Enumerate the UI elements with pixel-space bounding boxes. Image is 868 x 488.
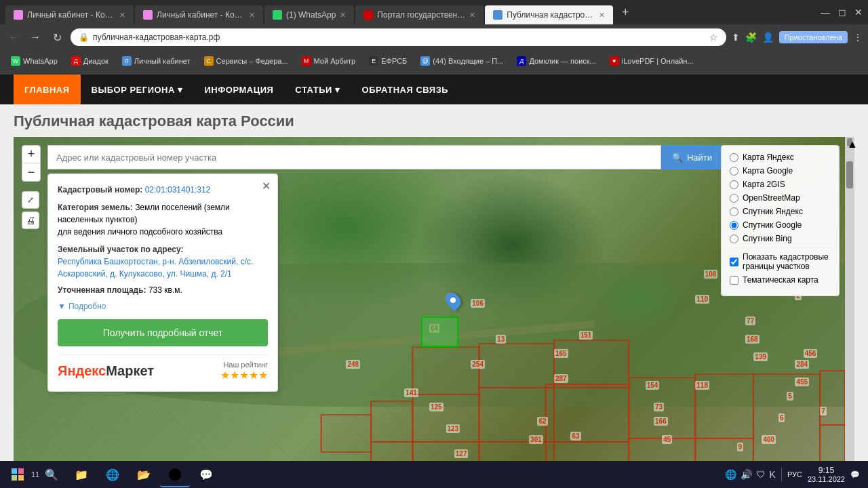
map-scrollbar[interactable]: ▲ bbox=[845, 137, 854, 488]
taskbar-edge[interactable]: 🌐 bbox=[98, 462, 127, 487]
minimize-button[interactable]: — bbox=[821, 7, 830, 18]
page-content: Публичная кадастровая карта России bbox=[0, 104, 868, 488]
layer-radio-option[interactable]: Карта Google bbox=[730, 166, 831, 176]
zoom-out-button[interactable]: − bbox=[22, 163, 40, 181]
profile-icon[interactable]: 👤 bbox=[762, 32, 774, 43]
back-button[interactable]: ← bbox=[5, 31, 22, 43]
scrollbar-thumb[interactable] bbox=[846, 161, 853, 188]
bookmark-item[interactable]: ♥iLovePDF | Онлайн... bbox=[604, 55, 699, 67]
get-report-button[interactable]: Получить подробный отчет bbox=[58, 319, 268, 346]
scroll-up-arrow[interactable]: ▲ bbox=[847, 138, 852, 146]
plot-number-label: 125 bbox=[429, 403, 443, 411]
site-nav-item[interactable]: ГЛАВНАЯ bbox=[14, 75, 81, 104]
plot-number-label: 13 bbox=[496, 335, 506, 344]
cadastral-link[interactable]: 02:01:031401:312 bbox=[145, 185, 211, 195]
more-button[interactable]: ▼ Подробно bbox=[58, 302, 268, 311]
taskbar: 11 🔍 📁 🌐 📂 ⬤ 💬 🌐 🔊 🛡 K РУС 9:15 23.11.20… bbox=[0, 461, 868, 488]
taskbar-whatsapp[interactable]: 💬 bbox=[191, 462, 221, 487]
address-text: публичная-кадастровая-карта.рф bbox=[93, 33, 705, 42]
info-close-button[interactable]: ✕ bbox=[262, 180, 271, 192]
layer-controls: Карта ЯндексКарта GoogleКарта 2GISOpenSt… bbox=[721, 145, 840, 296]
separator bbox=[781, 468, 782, 481]
time-block[interactable]: 9:15 23.11.2022 bbox=[808, 466, 845, 483]
layer-checkbox-option[interactable]: Тематическая карта bbox=[730, 275, 831, 285]
area-label: Уточненная площадь: bbox=[58, 285, 146, 295]
layer-radio-option[interactable]: Карта 2GIS bbox=[730, 180, 831, 189]
plot-number-label: 6 bbox=[778, 413, 785, 422]
browser-tab-1[interactable]: Личный кабинет - Кош...✕ bbox=[5, 5, 134, 24]
close-button[interactable]: ✕ bbox=[854, 7, 863, 18]
site-nav-item[interactable]: ВЫБОР РЕГИОНА ▾ bbox=[81, 75, 194, 104]
notifications-icon[interactable]: 💬 bbox=[850, 470, 860, 479]
search-bar: 🔍 Найти bbox=[47, 145, 723, 169]
share-icon[interactable]: ⬆ bbox=[732, 32, 740, 43]
bookmark-item[interactable]: ММой Арбитр bbox=[296, 55, 361, 67]
fullscreen-button[interactable]: ⤢ bbox=[22, 191, 39, 209]
svg-rect-0 bbox=[412, 394, 479, 442]
plot-number-label: 118 bbox=[695, 381, 709, 390]
sound-icon[interactable]: 🔊 bbox=[741, 469, 752, 480]
menu-icon[interactable]: ⋮ bbox=[853, 32, 863, 43]
network-icon[interactable]: 🌐 bbox=[725, 469, 736, 480]
extensions-icon[interactable]: 🧩 bbox=[745, 32, 757, 43]
browser-tab-4[interactable]: Портал государственны...✕ bbox=[355, 5, 484, 24]
address-bar[interactable]: 🔒 публичная-кадастровая-карта.рф ☆ bbox=[71, 28, 726, 46]
bookmark-item[interactable]: @(44) Входящие – П... bbox=[415, 55, 509, 67]
new-tab-button[interactable]: + bbox=[616, 3, 635, 22]
layer-radio-option[interactable]: OpenStreetMap bbox=[730, 193, 831, 203]
layer-radio-option[interactable]: Спутник Яндекс bbox=[730, 207, 831, 216]
antivirus-icon[interactable]: 🛡 bbox=[756, 469, 766, 480]
taskbar-search-button[interactable]: 🔍 bbox=[39, 462, 64, 487]
bookmark-item[interactable]: ДДиадок bbox=[66, 55, 114, 67]
layer-radio-option[interactable]: Спутник Google bbox=[730, 220, 831, 230]
bookmark-item[interactable]: ДДомклик — поиск... bbox=[511, 55, 601, 67]
bookmark-star-icon[interactable]: ☆ bbox=[709, 32, 718, 43]
bookmark-item[interactable]: WWhatsApp bbox=[5, 55, 63, 67]
area-row: Уточненная площадь: 733 кв.м. bbox=[58, 285, 268, 295]
search-button[interactable]: 🔍 Найти bbox=[661, 145, 723, 169]
lang-label: РУС bbox=[787, 470, 802, 479]
svg-rect-2 bbox=[546, 384, 629, 442]
print-button[interactable]: 🖨 bbox=[22, 211, 39, 229]
plot-number-label: 7 bbox=[820, 407, 827, 415]
bookmark-item[interactable]: ЕЕФРСБ bbox=[363, 55, 412, 67]
reload-button[interactable]: ↻ bbox=[49, 31, 65, 44]
taskbar-chrome[interactable]: ⬤ bbox=[160, 462, 190, 487]
date-display: 23.11.2022 bbox=[808, 475, 845, 483]
taskbar-files[interactable]: 📂 bbox=[129, 462, 159, 487]
site-nav-item[interactable]: ИНФОРМАЦИЯ bbox=[194, 75, 285, 104]
browser-tab-2[interactable]: Личный кабинет - Кош...✕ bbox=[135, 5, 263, 24]
page-title: Публичная кадастровая карта России bbox=[14, 113, 854, 130]
bookmark-item[interactable]: ССервисы – Федера... bbox=[199, 55, 294, 67]
category-label: Категория земель: bbox=[58, 203, 133, 212]
restore-button[interactable]: ◻ bbox=[838, 7, 846, 18]
plot-number-label: 63 bbox=[570, 432, 580, 441]
site-nav-item[interactable]: СТАТЬИ ▾ bbox=[284, 75, 351, 104]
bookmark-item[interactable]: ЛЛичный кабинет bbox=[117, 55, 196, 67]
map-extra-buttons: ⤢ 🖨 bbox=[22, 191, 39, 229]
site-nav-item[interactable]: ОБРАТНАЯ СВЯЗЬ bbox=[351, 75, 460, 104]
layer-radio-option[interactable]: Карта Яндекс bbox=[730, 152, 831, 162]
browser-tab-3[interactable]: (1) WhatsApp✕ bbox=[264, 5, 354, 24]
layer-checkbox-option[interactable]: Показать кадастровые границы участков bbox=[730, 252, 831, 271]
area-value: 733 кв.м. bbox=[149, 285, 182, 295]
pause-btn[interactable]: Приостановлена bbox=[779, 31, 848, 43]
map-area[interactable]: 1181081066415124825416528714115411873110… bbox=[14, 137, 845, 488]
forward-button[interactable]: → bbox=[27, 31, 43, 43]
svg-rect-15 bbox=[479, 344, 554, 388]
zoom-in-button[interactable]: + bbox=[22, 146, 40, 163]
plot-number-label: 123 bbox=[446, 424, 460, 433]
cadastral-label: Кадастровый номер: bbox=[58, 185, 142, 195]
taskbar-explorer[interactable]: 📁 bbox=[66, 462, 96, 487]
svg-rect-14 bbox=[412, 347, 479, 394]
layer-radio-option[interactable]: Спутник Bing bbox=[730, 234, 831, 243]
address-link[interactable]: Республика Башкортостан, р-н. Абзелиловс… bbox=[58, 257, 253, 279]
title-bar: Личный кабинет - Кош...✕Личный кабинет -… bbox=[0, 0, 868, 24]
address-row: Земельный участок по адресу: Республика … bbox=[58, 243, 268, 280]
start-button[interactable] bbox=[3, 462, 33, 487]
search-input[interactable] bbox=[47, 145, 661, 169]
kaspersky-icon[interactable]: K bbox=[770, 469, 776, 480]
plot-number-label: 168 bbox=[745, 335, 760, 344]
plot-number-label: 73 bbox=[654, 403, 664, 411]
browser-tab-5[interactable]: Публичная кадастровая ...✕ bbox=[485, 5, 613, 24]
